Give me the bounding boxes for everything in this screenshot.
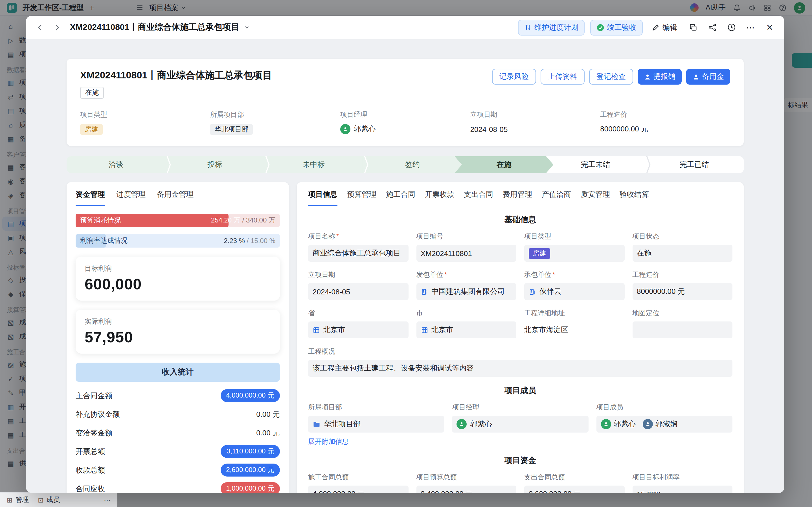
title-chevron-down-icon[interactable] [244, 24, 250, 31]
region-grid-icon [421, 326, 428, 334]
project-type-tag: 房建 [529, 248, 550, 259]
project-members-input[interactable]: 郭紫心 郭淑娴 [596, 416, 733, 433]
start-date-input[interactable]: 2024-08-05 [308, 283, 408, 300]
project-cost-input[interactable]: 8000000.00 元 [632, 283, 733, 300]
field-province: 省 北京市 [308, 308, 408, 338]
funds-grid: 施工合同总额 4,000,000.00 元 项目预算总额 3,400,000.0… [297, 467, 744, 493]
expand-additional-info-link[interactable]: 展开附加信息 [308, 437, 349, 447]
project-name-input[interactable]: 商业综合体施工总承包项目 [308, 245, 408, 262]
field-detailed-address: 工程详细地址 北京市海淀区 [524, 308, 625, 338]
tab[interactable]: 费用管理 [503, 189, 532, 206]
tab[interactable]: 备用金管理 [157, 189, 194, 206]
stage-step[interactable]: 未中标 [264, 156, 363, 173]
stage-step[interactable]: 洽谈 [67, 156, 165, 173]
history-clock-icon[interactable] [724, 20, 738, 34]
stage-step[interactable]: 完工已结 [645, 156, 744, 173]
close-icon[interactable] [763, 20, 776, 34]
field-department: 所属项目部 华北项目部 [210, 110, 340, 135]
list-item: 补充协议金额 0.00 元 [67, 405, 289, 424]
city-input[interactable]: 北京市 [416, 322, 516, 338]
tab[interactable]: 质安管理 [581, 189, 610, 206]
upload-files-button[interactable]: 上传资料 [541, 69, 585, 84]
fund-value-input[interactable]: 15.00% [632, 486, 733, 493]
copy-icon[interactable] [686, 20, 700, 34]
tab[interactable]: 产值洽商 [542, 189, 571, 206]
prev-record-button[interactable] [34, 21, 46, 34]
map-location-input[interactable] [632, 322, 733, 338]
members-button[interactable]: 成员 [38, 495, 60, 505]
maintain-schedule-button[interactable]: 维护进度计划 [518, 19, 585, 35]
list-item: 开票总额 3,110,000.00 元 [67, 442, 289, 461]
stage-step[interactable]: 投标 [165, 156, 264, 173]
fund-field: 施工合同总额 4,000,000.00 元 [308, 472, 408, 493]
tab[interactable]: 资金管理 [75, 189, 105, 206]
tab[interactable]: 进度管理 [116, 189, 146, 206]
summary-title-block: XM2024110801丨商业综合体施工总承包项目 在施 [80, 69, 272, 99]
summary-actions: 记录风险 上传资料 登记检查 提报销 备用金 [492, 69, 730, 84]
fund-field: 项目预算总额 3,400,000.00 元 [416, 472, 516, 493]
stage-step[interactable]: 签约 [363, 156, 462, 173]
department-tag: 华北项目部 [210, 124, 253, 134]
tab[interactable]: 施工合同 [386, 189, 415, 206]
tab[interactable]: 支出合同 [464, 189, 493, 206]
fund-value-input[interactable]: 3,630,000.00 元 [524, 486, 625, 493]
register-inspection-button[interactable]: 登记检查 [589, 69, 633, 84]
fund-value-input[interactable]: 3,400,000.00 元 [416, 486, 516, 493]
stage-step-label: 洽谈 [109, 160, 123, 170]
row-value: 1,000,000.00 元 [220, 482, 280, 493]
project-status-input[interactable]: 在施 [632, 245, 733, 262]
fund-value-input[interactable]: 4,000,000.00 元 [308, 486, 408, 493]
budget-bar-label: 预算消耗情况 [80, 216, 121, 225]
next-record-button[interactable] [51, 21, 63, 34]
budget-consumption-bar: 预算消耗情况 254.20 万 / 340.00 万 [75, 214, 280, 227]
stage-step-label: 未中标 [303, 160, 325, 170]
stage-step-label: 完工未结 [581, 160, 610, 170]
check-circle-icon [596, 23, 604, 31]
share-icon[interactable] [705, 20, 719, 34]
stage-step[interactable]: 完工未结 [546, 156, 645, 173]
row-value: 4,000,000.00 元 [220, 389, 280, 402]
row-label: 变洽签金额 [75, 428, 112, 438]
actual-profit-card: 实际利润 57,950 [75, 309, 280, 354]
modal-actions: 维护进度计划 竣工验收 编辑 [518, 19, 776, 35]
tab[interactable]: 项目信息 [308, 189, 337, 206]
record-risk-button[interactable]: 记录风险 [492, 69, 536, 84]
tab[interactable]: 预算管理 [347, 189, 376, 206]
project-code-input[interactable]: XM2024110801 [416, 245, 516, 262]
actual-profit-value: 57,950 [85, 329, 271, 346]
reserve-fund-button[interactable]: 备用金 [686, 69, 730, 84]
region-grid-icon [313, 326, 320, 334]
submit-expense-button[interactable]: 提报销 [638, 69, 682, 84]
edit-button[interactable]: 编辑 [648, 19, 681, 35]
tab[interactable]: 开票收款 [425, 189, 454, 206]
department-input[interactable]: 华北项目部 [308, 416, 444, 433]
project-overview-input[interactable]: 该工程主要包括土建工程、设备安装和调试等内容 [308, 360, 733, 377]
more-actions-icon[interactable] [744, 20, 757, 34]
field-project-status: 项目状态 在施 [632, 232, 733, 262]
list-item: 变洽签金额 0.00 元 [67, 424, 289, 442]
project-type-tag: 房建 [80, 124, 103, 134]
person-icon [644, 73, 651, 80]
fund-field: 支出合同总额 3,630,000.00 元 [524, 472, 625, 493]
list-item: 合同应收 1,000,000.00 元 [67, 480, 289, 493]
stage-step-label: 签约 [405, 160, 420, 170]
province-input[interactable]: 北京市 [308, 322, 408, 338]
income-statistics-button[interactable]: 收入统计 [75, 362, 280, 382]
completion-acceptance-button[interactable]: 竣工验收 [590, 19, 643, 35]
owner-company-input[interactable]: 中国建筑集团有限公司 [416, 283, 516, 300]
project-type-input[interactable]: 房建 [524, 245, 625, 262]
field-project-cost: 工程造价 8000000.00 元 [600, 110, 730, 135]
row-label: 合同应收 [75, 484, 105, 493]
row-value: 3,110,000.00 元 [221, 445, 280, 458]
field-project-name: 项目名称 商业综合体施工总承包项目 [308, 232, 408, 262]
contractor-company-input[interactable]: 伙伴云 [524, 283, 625, 300]
manage-button[interactable]: 管理 [7, 495, 29, 505]
project-detail-modal: XM2024110801丨商业综合体施工总承包项目 维护进度计划 竣工验收 编辑 [26, 16, 784, 493]
stage-step[interactable]: 在施 [454, 156, 553, 173]
pencil-icon [652, 23, 660, 31]
sidebar-bottom-bar: 管理 成员 [0, 492, 117, 507]
more-icon[interactable] [104, 496, 111, 504]
project-manager-input[interactable]: 郭紫心 [452, 416, 589, 433]
tab[interactable]: 验收结算 [619, 189, 649, 206]
detailed-address-value[interactable]: 北京市海淀区 [524, 322, 625, 338]
